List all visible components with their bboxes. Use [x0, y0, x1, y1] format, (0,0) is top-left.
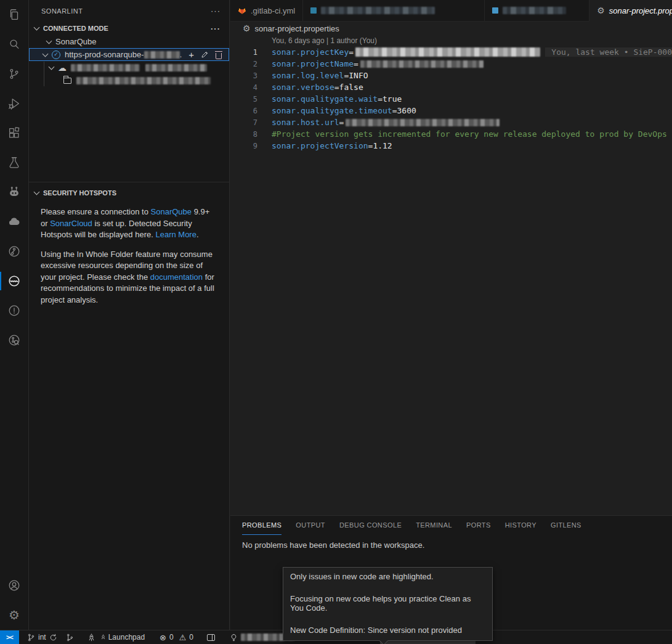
branch-icon [27, 634, 35, 642]
code-line: 7 sonar.host.url= [230, 116, 672, 128]
tab-sonar-project-properties[interactable]: ⚙ sonar-project.properties [589, 0, 672, 22]
security-hotspots-header[interactable]: SECURITY HOTSPOTS [29, 186, 229, 200]
tab-terminal[interactable]: TERMINAL [416, 516, 452, 535]
tab-output[interactable]: OUTPUT [296, 516, 325, 535]
file-icon [310, 7, 317, 14]
security-hotspots-section: SECURITY HOTSPOTS Please ensure a connec… [29, 182, 229, 306]
breadcrumb[interactable]: ⚙ sonar-project.properties [230, 22, 672, 35]
gitlens-icon[interactable] [0, 237, 28, 266]
property-key: sonar.host.url [272, 118, 339, 127]
sonarlint-icon[interactable] [0, 266, 28, 296]
remote-icon: >< [6, 634, 13, 641]
documentation-link[interactable]: documentation [150, 272, 203, 282]
launchpad-item[interactable]: Launchpad [83, 630, 149, 644]
redacted-tab-label [321, 7, 435, 14]
gitlens-compare-item[interactable] [62, 630, 78, 644]
git-graph-icon[interactable] [0, 325, 28, 355]
line-number: 4 [230, 83, 257, 92]
search-icon[interactable] [0, 30, 28, 59]
sidebar-more-actions-icon[interactable]: ··· [211, 7, 221, 15]
equals: = [344, 71, 349, 80]
chevron-down-icon [43, 51, 49, 57]
problems-summary-item[interactable]: ⊗ 0 ⚠ 0 [155, 630, 198, 644]
property-value: INFO [349, 71, 368, 80]
redacted-connection-name [144, 51, 180, 59]
comment: #Project version gets incremented for ev… [272, 129, 667, 139]
remote-indicator[interactable]: >< [0, 630, 19, 644]
tooltip-line-2: Focusing on new code helps you practice … [290, 594, 485, 613]
cloud-icon[interactable] [0, 207, 28, 237]
explorer-icon[interactable] [0, 0, 28, 30]
chevron-down-icon [34, 189, 40, 195]
gitlens-file-blame[interactable]: You, 6 days ago | 1 author (You) [230, 35, 672, 46]
chevron-down-icon [34, 25, 40, 31]
redacted-project-key [145, 64, 207, 71]
sonarqube-link[interactable]: SonarQube [151, 207, 192, 216]
extensions-icon[interactable] [0, 118, 28, 148]
ai-assistant-robot-icon[interactable] [0, 177, 28, 207]
tab-history[interactable]: HISTORY [505, 516, 536, 535]
connected-mode-more-icon[interactable]: ··· [211, 25, 221, 33]
code-line: 2 sonar.projectName= [230, 58, 672, 70]
line-number: 6 [230, 107, 257, 115]
hotspots-paragraph-1: Please ensure a connection to SonarQube … [41, 206, 218, 241]
sonarcloud-link[interactable]: SonarCloud [50, 219, 92, 228]
tab-debug-console[interactable]: DEBUG CONSOLE [339, 516, 402, 535]
issue-circle-icon[interactable] [0, 296, 28, 325]
sidebar-title: SONARLINT [41, 7, 83, 15]
line-number: 9 [230, 142, 257, 150]
run-and-debug-icon[interactable] [0, 89, 28, 118]
tree-item-local-folder[interactable] [29, 74, 229, 87]
add-project-binding-icon[interactable]: + [188, 50, 194, 59]
tab-ports[interactable]: PORTS [466, 516, 491, 535]
activity-bar: ⚙ [0, 0, 29, 630]
testing-beaker-icon[interactable] [0, 148, 28, 177]
line-number: 8 [230, 130, 257, 139]
sonarlint-focus-tooltip: Only issues in new code are highlighted.… [283, 567, 493, 641]
panel-tabs: PROBLEMS OUTPUT DEBUG CONSOLE TERMINAL P… [230, 516, 672, 535]
edit-connection-icon[interactable] [201, 51, 209, 59]
tab-gitlab-ci[interactable]: .gitlab-ci.yml [230, 0, 303, 22]
equals: = [368, 141, 373, 150]
code-area[interactable]: 1 sonar.projectKey= You, last week • Sie… [230, 46, 672, 152]
error-count: 0 [169, 633, 174, 642]
tree-item-connection[interactable]: ✓ https-prod-sonarqube- . + [29, 48, 229, 61]
gear-glyph: ⚙ [9, 609, 20, 621]
delete-connection-icon[interactable] [216, 53, 222, 59]
tab-gitlens[interactable]: GITLENS [551, 516, 581, 535]
warning-count: 0 [189, 633, 193, 642]
connection-label-suffix: . [180, 50, 182, 59]
settings-gear-icon[interactable]: ⚙ [0, 600, 28, 630]
tree-item-remote-project[interactable]: ☁ [29, 61, 229, 74]
tree-label-sonarqube: SonarQube [55, 37, 97, 46]
property-key: sonar.qualitygate.timeout [272, 106, 392, 115]
learn-more-link[interactable]: Learn More [155, 230, 196, 239]
property-key: sonar.projectKey [272, 47, 349, 57]
activity-bar-spacer [0, 355, 28, 571]
warning-icon: ⚠ [179, 634, 187, 642]
source-control-icon[interactable] [0, 59, 28, 89]
tab-redacted-1[interactable] [303, 0, 485, 22]
equals: = [378, 94, 383, 104]
redacted-tab-label [503, 7, 566, 14]
connected-mode-label: CONNECTED MODE [43, 25, 108, 32]
check-glyph: ✓ [54, 52, 59, 57]
connection-label: https-prod-sonarqube- [65, 50, 144, 59]
tab-redacted-2[interactable] [485, 0, 589, 22]
breadcrumb-file[interactable]: sonar-project.properties [255, 24, 339, 33]
layout-icon [207, 634, 215, 641]
inline-blame: You, last week • SieP-000 [545, 47, 672, 57]
accounts-icon[interactable] [0, 571, 28, 600]
tree-item-actions: + [188, 50, 229, 59]
git-branch-item[interactable]: int [23, 630, 62, 644]
tab-label: sonar-project.properties [609, 6, 672, 15]
editor-layout-item[interactable] [203, 630, 219, 644]
tooltip-line-3: New Code Definition: Since version not p… [290, 626, 485, 635]
code-line: 4 sonar.verbose=false [230, 81, 672, 93]
file-icon [492, 7, 498, 14]
property-key: sonar.projectVersion [272, 141, 368, 150]
tree-item-sonarqube[interactable]: SonarQube [29, 35, 229, 48]
line-number: 3 [230, 71, 257, 80]
connected-mode-header[interactable]: CONNECTED MODE ··· [29, 22, 229, 35]
tab-problems[interactable]: PROBLEMS [242, 516, 281, 535]
